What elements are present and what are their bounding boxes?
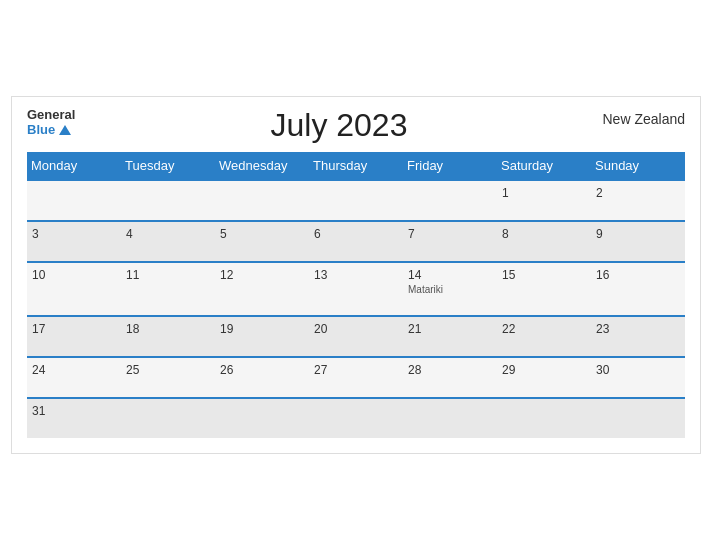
calendar-day-cell: 12 (215, 262, 309, 316)
country-label: New Zealand (603, 107, 686, 127)
calendar-week-row: 24252627282930 (27, 357, 685, 398)
calendar-day-cell: 5 (215, 221, 309, 262)
calendar-day-cell: 10 (27, 262, 121, 316)
calendar-day-cell: 30 (591, 357, 685, 398)
day-number: 28 (408, 363, 492, 377)
calendar-day-cell: 18 (121, 316, 215, 357)
day-number: 29 (502, 363, 586, 377)
weekday-saturday: Saturday (497, 152, 591, 180)
calendar-title: July 2023 (75, 107, 602, 144)
day-number: 30 (596, 363, 680, 377)
day-number: 5 (220, 227, 304, 241)
day-number: 19 (220, 322, 304, 336)
day-number: 1 (502, 186, 586, 200)
day-number: 13 (314, 268, 398, 282)
day-number: 22 (502, 322, 586, 336)
calendar-day-cell: 25 (121, 357, 215, 398)
weekday-thursday: Thursday (309, 152, 403, 180)
calendar-day-cell (403, 398, 497, 438)
calendar-grid: Monday Tuesday Wednesday Thursday Friday… (27, 152, 685, 438)
logo-blue-text: Blue (27, 122, 71, 137)
day-number: 24 (32, 363, 116, 377)
calendar-week-row: 17181920212223 (27, 316, 685, 357)
day-number: 18 (126, 322, 210, 336)
calendar-day-cell: 9 (591, 221, 685, 262)
logo: General Blue (27, 107, 75, 137)
calendar-day-cell: 11 (121, 262, 215, 316)
day-number: 8 (502, 227, 586, 241)
calendar-day-cell: 16 (591, 262, 685, 316)
weekday-wednesday: Wednesday (215, 152, 309, 180)
day-number: 16 (596, 268, 680, 282)
day-number: 11 (126, 268, 210, 282)
calendar-day-cell: 2 (591, 180, 685, 221)
calendar-day-cell: 6 (309, 221, 403, 262)
day-number: 6 (314, 227, 398, 241)
day-number: 9 (596, 227, 680, 241)
weekday-monday: Monday (27, 152, 121, 180)
logo-triangle-icon (59, 125, 71, 135)
calendar-day-cell (215, 398, 309, 438)
calendar-day-cell: 21 (403, 316, 497, 357)
calendar-week-row: 1011121314Matariki1516 (27, 262, 685, 316)
calendar-day-cell: 17 (27, 316, 121, 357)
logo-general-text: General (27, 107, 75, 122)
day-number: 14 (408, 268, 492, 282)
calendar-day-cell: 24 (27, 357, 121, 398)
day-number: 7 (408, 227, 492, 241)
day-number: 3 (32, 227, 116, 241)
calendar-week-row: 12 (27, 180, 685, 221)
day-number: 27 (314, 363, 398, 377)
calendar-day-cell: 14Matariki (403, 262, 497, 316)
calendar-day-cell: 27 (309, 357, 403, 398)
day-number: 25 (126, 363, 210, 377)
calendar-day-cell (121, 180, 215, 221)
day-number: 12 (220, 268, 304, 282)
calendar-day-cell: 28 (403, 357, 497, 398)
day-number: 20 (314, 322, 398, 336)
calendar-day-cell (215, 180, 309, 221)
day-number: 4 (126, 227, 210, 241)
calendar-day-cell (121, 398, 215, 438)
calendar-day-cell: 8 (497, 221, 591, 262)
day-number: 10 (32, 268, 116, 282)
calendar-day-cell: 26 (215, 357, 309, 398)
calendar-week-row: 31 (27, 398, 685, 438)
calendar-day-cell: 4 (121, 221, 215, 262)
weekday-sunday: Sunday (591, 152, 685, 180)
calendar-day-cell: 15 (497, 262, 591, 316)
calendar-container: General Blue July 2023 New Zealand Monda… (11, 96, 701, 454)
weekday-friday: Friday (403, 152, 497, 180)
calendar-day-cell: 23 (591, 316, 685, 357)
calendar-day-cell: 19 (215, 316, 309, 357)
calendar-header: General Blue July 2023 New Zealand (27, 107, 685, 144)
calendar-day-cell (309, 180, 403, 221)
calendar-day-cell: 29 (497, 357, 591, 398)
calendar-day-cell (403, 180, 497, 221)
day-number: 23 (596, 322, 680, 336)
calendar-day-cell: 20 (309, 316, 403, 357)
calendar-day-cell: 13 (309, 262, 403, 316)
day-number: 17 (32, 322, 116, 336)
day-number: 2 (596, 186, 680, 200)
calendar-day-cell (497, 398, 591, 438)
calendar-day-cell: 3 (27, 221, 121, 262)
calendar-day-cell: 1 (497, 180, 591, 221)
calendar-day-cell (27, 180, 121, 221)
day-number: 15 (502, 268, 586, 282)
calendar-day-cell: 31 (27, 398, 121, 438)
month-year-heading: July 2023 (75, 107, 602, 144)
calendar-day-cell (591, 398, 685, 438)
calendar-day-cell: 7 (403, 221, 497, 262)
day-number: 31 (32, 404, 116, 418)
calendar-day-cell (309, 398, 403, 438)
calendar-day-cell: 22 (497, 316, 591, 357)
day-number: 26 (220, 363, 304, 377)
holiday-label: Matariki (408, 284, 492, 295)
weekday-tuesday: Tuesday (121, 152, 215, 180)
weekday-header-row: Monday Tuesday Wednesday Thursday Friday… (27, 152, 685, 180)
calendar-week-row: 3456789 (27, 221, 685, 262)
day-number: 21 (408, 322, 492, 336)
